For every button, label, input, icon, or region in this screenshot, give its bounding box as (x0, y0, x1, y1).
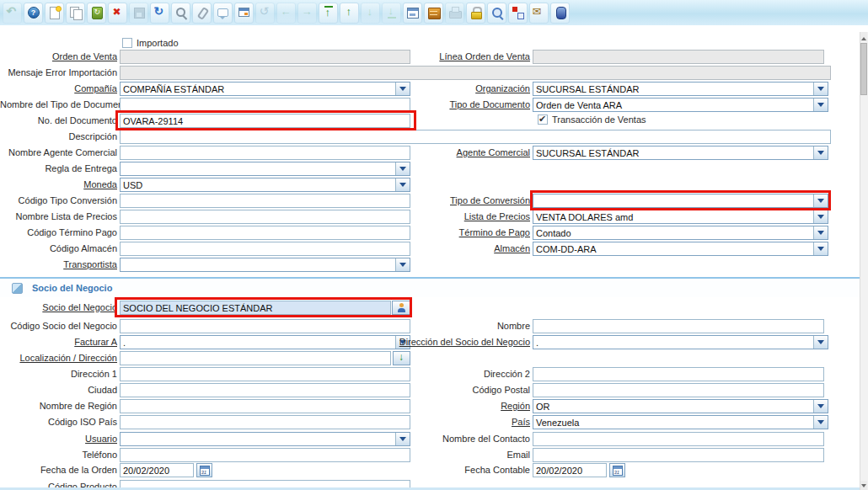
find-button[interactable] (171, 3, 190, 24)
localizacion-button[interactable] (393, 351, 410, 365)
direccion-socio-negocio-label[interactable]: Dirección del Socio del Negocio (337, 337, 530, 347)
socio-negocio-input[interactable] (120, 301, 391, 315)
end-button[interactable] (550, 3, 570, 24)
socio-negocio-search-button[interactable] (392, 301, 410, 315)
refresh-button[interactable] (150, 3, 169, 24)
chevron-down-icon[interactable] (813, 194, 828, 207)
tipo-documento-label[interactable]: Tipo de Documento (337, 99, 530, 109)
paperclip-icon (196, 6, 209, 19)
workflow-button[interactable] (508, 3, 528, 24)
new-record-button[interactable] (45, 3, 64, 24)
pais-label[interactable]: País (337, 417, 530, 427)
pais-combo[interactable]: Venezuela (533, 415, 828, 429)
section-divider (0, 277, 860, 279)
arrow-right-icon (301, 6, 314, 19)
row-usuario: Usuario Nombre del Contacto (0, 432, 860, 447)
almacen-label[interactable]: Almacén (337, 243, 530, 253)
almacen-combo[interactable]: COM-DD-ARA (533, 242, 828, 256)
tipo-documento-combo[interactable]: Orden de Venta ARA (533, 98, 828, 112)
moneda-label[interactable]: Moneda (0, 179, 117, 189)
chevron-down-icon[interactable] (395, 178, 410, 191)
vertical-scrollbar[interactable] (860, 32, 868, 490)
row-compania: Compañía COMPAÑÍA ESTÁNDAR Organización … (0, 82, 860, 97)
person-icon (396, 302, 407, 313)
chevron-down-icon[interactable] (813, 416, 828, 429)
moneda-combo[interactable]: USD (120, 178, 410, 192)
delete-record-button[interactable] (87, 3, 106, 24)
agente-comercial-combo[interactable]: SUCURSAL ESTÁNDAR (533, 146, 828, 160)
importado-checkbox[interactable] (122, 38, 132, 48)
nombre-lista-precios-label: Nombre Lista de Precios (0, 211, 117, 221)
compania-label[interactable]: Compañía (0, 83, 117, 93)
email-input[interactable] (533, 448, 824, 462)
attachment-button[interactable] (192, 3, 212, 24)
nombre-contacto-input[interactable] (533, 432, 824, 446)
delete-selection-button[interactable] (108, 3, 127, 24)
agente-comercial-label[interactable]: Agente Comercial (337, 147, 530, 157)
localizacion-label[interactable]: Localización / Dirección (0, 353, 117, 363)
orden-venta-label[interactable]: Orden de Venta (0, 51, 117, 61)
scrollbar-thumb[interactable] (860, 43, 867, 95)
chevron-down-icon[interactable] (395, 258, 410, 271)
tipo-conversion-label[interactable]: Tipo de Conversión (337, 195, 530, 205)
regla-entrega-combo[interactable] (120, 162, 410, 176)
lock-button[interactable] (466, 3, 485, 24)
fecha-contable-input[interactable] (533, 463, 607, 477)
termino-pago-label[interactable]: Término de Pago (337, 227, 530, 237)
codigo-postal-input[interactable] (533, 383, 824, 397)
scroll-up-icon[interactable] (860, 32, 867, 41)
organizacion-combo[interactable]: SUCURSAL ESTÁNDAR (533, 82, 828, 96)
organizacion-label[interactable]: Organización (337, 83, 530, 93)
copy-record-button[interactable] (66, 3, 85, 24)
chevron-down-icon[interactable] (813, 83, 828, 95)
nombre-input[interactable] (533, 319, 824, 333)
transportista-label[interactable]: Transportista (0, 259, 117, 269)
chevron-down-icon[interactable] (395, 162, 410, 175)
chevron-down-icon[interactable] (813, 226, 828, 239)
chevron-down-icon[interactable] (813, 99, 828, 111)
region-label[interactable]: Región (337, 401, 530, 411)
fecha-orden-calendar-button[interactable] (196, 463, 212, 477)
chevron-down-icon[interactable] (813, 336, 828, 349)
fecha-orden-input[interactable] (120, 463, 194, 477)
archive-button[interactable] (424, 3, 443, 24)
grid-toggle-button[interactable] (234, 3, 254, 24)
chat-button[interactable] (213, 3, 233, 24)
region-combo[interactable]: OR (533, 399, 828, 413)
descripcion-input[interactable] (120, 130, 831, 144)
fecha-contable-calendar-button[interactable] (609, 463, 625, 477)
collapse-section-icon[interactable] (12, 283, 23, 294)
history-button (255, 3, 275, 24)
lista-precios-combo[interactable]: VENTA DOLARES amd (533, 210, 828, 224)
direccion2-input[interactable] (533, 367, 824, 381)
direccion-socio-negocio-combo[interactable]: . (533, 335, 828, 349)
request-button[interactable] (529, 3, 549, 24)
usuario-label[interactable]: Usuario (0, 434, 117, 444)
tipo-conversion-combo[interactable] (533, 194, 828, 208)
transportista-combo[interactable] (120, 258, 410, 272)
arrow-left-icon (280, 6, 293, 19)
moneda-value: USD (121, 180, 395, 190)
linea-orden-venta-label[interactable]: Línea Orden de Venta (337, 51, 530, 61)
chevron-down-icon[interactable] (813, 400, 828, 413)
chevron-down-icon[interactable] (813, 146, 828, 159)
no-documento-input[interactable] (120, 114, 410, 128)
previous-record-button[interactable] (340, 3, 359, 24)
help-button[interactable] (24, 3, 43, 24)
report-button[interactable] (487, 3, 506, 24)
localizacion-input[interactable] (120, 351, 391, 365)
lista-precios-label[interactable]: Lista de Precios (337, 211, 530, 221)
lock-icon (469, 6, 483, 19)
termino-pago-combo[interactable]: Contado (533, 226, 828, 240)
facturar-a-label[interactable]: Facturar A (0, 337, 117, 347)
socio-negocio-label[interactable]: Socio del Negocio (0, 302, 117, 312)
scroll-down-icon[interactable] (860, 481, 867, 490)
transaccion-ventas-checkbox[interactable] (538, 115, 548, 125)
row-lista-precios: Nombre Lista de Precios Lista de Precios… (0, 210, 860, 225)
chevron-down-icon[interactable] (813, 210, 828, 223)
chevron-down-icon[interactable] (813, 242, 828, 255)
form-view-button[interactable] (403, 3, 422, 24)
codigo-iso-pais-label: Código ISO País (0, 417, 117, 427)
first-record-button[interactable] (319, 3, 338, 24)
row-regla-entrega: Regla de Entrega (0, 162, 860, 177)
